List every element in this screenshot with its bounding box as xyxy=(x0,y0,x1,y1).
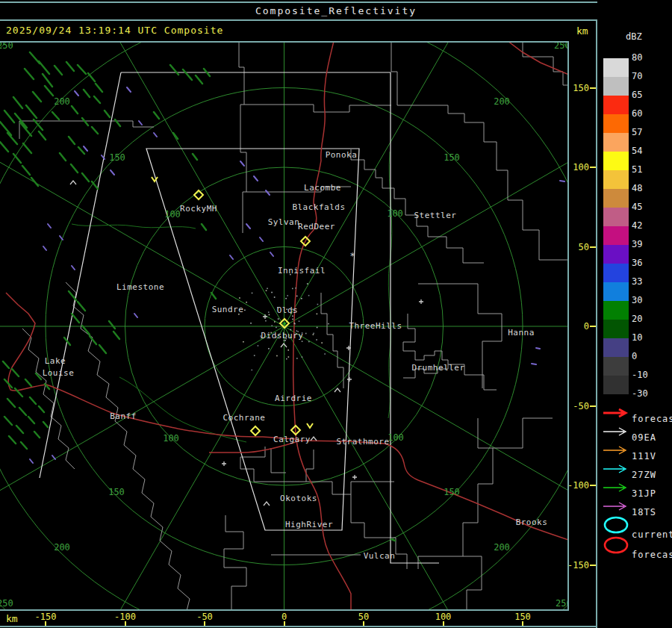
city-label: Brooks xyxy=(516,517,548,527)
legend-label: 111V xyxy=(632,451,656,461)
ellipse-icon xyxy=(602,535,630,555)
clutter-dot xyxy=(302,341,303,342)
range-ring-label: 100 xyxy=(164,209,181,220)
colorbar-label: 65 xyxy=(632,90,642,100)
radar-site-center-dot xyxy=(283,322,286,325)
city-label: Strathmore xyxy=(336,437,389,447)
clutter-dot xyxy=(317,314,318,315)
clutter-dot xyxy=(295,287,296,289)
bottom-rule xyxy=(0,626,596,627)
city-label: Hanna xyxy=(508,328,535,338)
city-label: RockyMH xyxy=(180,204,217,214)
clutter-dot xyxy=(292,316,293,317)
clutter-dot xyxy=(292,319,293,320)
range-ring-label: 200 xyxy=(494,542,510,553)
ellipse-icon xyxy=(602,515,630,535)
right-axis-tick xyxy=(590,485,596,486)
city-label: Banff xyxy=(110,411,137,421)
track-arrow-09EA-icon xyxy=(602,426,630,441)
title-bar-top-rule xyxy=(0,1,672,3)
clutter-dot xyxy=(254,355,255,356)
colorbar-swatch xyxy=(603,338,629,357)
colorbar-label: 45 xyxy=(632,202,642,212)
town-marker-caret xyxy=(264,502,270,506)
city-label: Louise xyxy=(43,368,75,378)
city-label: ThreeHills xyxy=(349,321,402,331)
clutter-dot xyxy=(250,323,252,324)
clutter-dot xyxy=(313,334,314,335)
forecast-ellipse-icon xyxy=(602,535,630,558)
city-label: Innisfail xyxy=(278,266,326,276)
legend-label: forecast xyxy=(632,414,672,424)
colorbar-swatch xyxy=(603,301,629,320)
radar-sector-outline xyxy=(40,72,439,563)
right-axis-tick-label: 150 xyxy=(573,83,589,93)
clutter-dot xyxy=(244,310,246,311)
window-title: Composite_Reflectivity xyxy=(0,5,672,16)
colorbar-label: 54 xyxy=(632,146,642,156)
right-axis: 150100500-50-100-150 xyxy=(570,41,596,611)
clutter-dot xyxy=(308,295,310,296)
legend-label: 18TS xyxy=(632,507,656,517)
map-canvas[interactable]: 2502001501002502001501002502001501002502… xyxy=(0,41,569,611)
clutter-dot xyxy=(268,311,270,313)
clutter-dot xyxy=(308,341,310,343)
range-ring-label: 200 xyxy=(54,96,70,107)
city-label: Didsbury xyxy=(261,331,304,341)
bottom-axis-tick-label: -150 xyxy=(35,612,57,622)
bottom-axis-unit-label: km xyxy=(6,613,18,624)
town-marker-plus xyxy=(419,299,423,304)
town-marker-plus xyxy=(263,314,267,319)
current-ellipse-icon xyxy=(602,515,630,538)
city-label: Blackfalds xyxy=(292,202,345,212)
legend-label: current xyxy=(632,529,672,540)
colorbar-label: 0 xyxy=(632,351,637,361)
clutter-dot xyxy=(266,290,267,291)
right-axis-tick xyxy=(590,565,596,566)
clutter-dot xyxy=(276,327,277,329)
clutter-dot xyxy=(328,323,329,325)
arrow-icon xyxy=(602,463,630,475)
city-label: Ponoka xyxy=(326,150,358,160)
colorbar-swatch xyxy=(603,96,629,114)
clutter-dot xyxy=(271,325,273,326)
timestamp-label: 2025/09/24 13:19:14 UTC Composite xyxy=(6,25,223,36)
colorbar-swatch xyxy=(603,282,629,301)
range-ring-label: 250 xyxy=(556,598,569,609)
colorbar-label: 10 xyxy=(632,332,642,343)
bottom-axis-tick-label: 150 xyxy=(514,612,531,622)
clutter-dot xyxy=(251,370,252,371)
town-marker-plus xyxy=(222,461,226,466)
clutter-dot xyxy=(302,356,303,358)
colorbar-label: 57 xyxy=(632,127,642,137)
city-label: HighRiver xyxy=(285,520,333,529)
arrow-icon xyxy=(602,407,630,419)
colorbar-swatch xyxy=(603,208,629,226)
colorbar-label: 20 xyxy=(632,314,642,324)
clutter-dot xyxy=(271,292,273,293)
colorbar-swatch xyxy=(603,170,629,189)
clutter-dot xyxy=(285,298,287,299)
range-ring-label: 100 xyxy=(388,432,404,443)
colorbar-swatch xyxy=(603,152,629,170)
town-marker-plus xyxy=(347,377,352,382)
right-axis-tick-label: 100 xyxy=(573,162,589,172)
clutter-dot xyxy=(267,288,268,290)
city-label: RedDeer xyxy=(298,222,335,231)
clutter-dot xyxy=(274,296,276,298)
clutter-dot xyxy=(274,321,276,323)
colorbar-label: 60 xyxy=(632,108,642,119)
arrow-icon xyxy=(602,500,630,512)
clutter-dot xyxy=(324,353,326,355)
colorbar-swatch xyxy=(603,189,629,208)
right-axis-tick xyxy=(590,326,596,327)
colorbar-swatch xyxy=(603,77,629,96)
clutter-dot xyxy=(258,345,259,346)
bottom-axis-tick-label: 100 xyxy=(435,612,452,622)
clutter-dot xyxy=(299,320,300,322)
title-bar: Composite_Reflectivity xyxy=(0,0,672,21)
city-label: Drumheller xyxy=(411,363,464,373)
clutter-dot xyxy=(265,320,267,322)
colorbar-swatch xyxy=(603,357,629,376)
right-axis-tick xyxy=(590,167,596,168)
